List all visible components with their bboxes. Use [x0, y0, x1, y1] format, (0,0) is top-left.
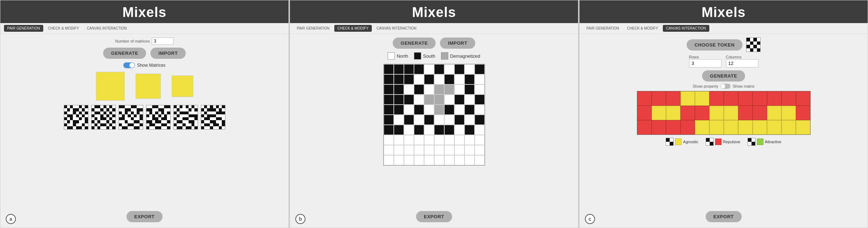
- legend-north-box: [388, 52, 395, 60]
- show-matrix-label: Show matrix: [733, 84, 755, 88]
- agnostic-yellow: [675, 139, 682, 145]
- panel-b-generate-btn[interactable]: GENERATE: [393, 38, 436, 49]
- tab-b-check-modify[interactable]: CHECK & MODIFY: [334, 25, 372, 32]
- tab-c-check-modify[interactable]: CHECK & MODIFY: [624, 25, 661, 32]
- panel-b-export-btn[interactable]: EXPORT: [416, 211, 452, 222]
- tab-b-canvas[interactable]: CANVAS INTERACTION: [373, 25, 420, 32]
- show-matrices-row: Show Matrices: [123, 62, 166, 68]
- panel-a-import-btn[interactable]: IMPORT: [150, 48, 186, 59]
- panel-c-export-row: EXPORT: [705, 211, 741, 222]
- repulsive-icon: [706, 138, 714, 146]
- legend-attractive: Attractive: [748, 138, 781, 146]
- matrix-3a: [173, 105, 198, 130]
- panel-a-label: a: [6, 214, 16, 224]
- rows-input[interactable]: [689, 59, 722, 67]
- attractive-green: [757, 139, 763, 145]
- panel-a-export-btn[interactable]: EXPORT: [126, 211, 162, 222]
- matrices-row: [64, 105, 225, 130]
- rows-cols-row: Rows Columns: [689, 55, 758, 67]
- tab-a-canvas[interactable]: CANVAS INTERACTION: [84, 25, 130, 32]
- yellow-square-2: [136, 74, 161, 99]
- panel-a-generate-btn[interactable]: GENERATE: [103, 48, 146, 59]
- legend-demag-box: [441, 52, 448, 60]
- panel-a-export-row: EXPORT: [126, 211, 162, 222]
- panel-c-label: c: [585, 214, 595, 224]
- legend-north-label: North: [397, 53, 408, 59]
- panel-a-title: Mixels: [0, 0, 288, 23]
- rows-label: Rows: [689, 55, 722, 59]
- num-matrices-label: Number of matrices: [115, 39, 150, 43]
- yellow-square-1: [96, 72, 125, 101]
- repulsive-label: Repulsive: [723, 140, 740, 144]
- num-matrices-row: Number of matrices: [115, 38, 174, 45]
- yellow-squares-row: [96, 72, 193, 101]
- legend-south: South: [414, 52, 435, 60]
- panel-b-label: b: [295, 214, 305, 224]
- agnostic-label: Agnostic: [683, 140, 698, 144]
- choose-token-btn[interactable]: CHOOSE TOKEN: [687, 39, 743, 51]
- show-matrices-toggle[interactable]: [123, 62, 135, 68]
- tab-a-pair-gen[interactable]: PAIR GENERATION: [4, 25, 43, 32]
- tab-c-pair-gen[interactable]: PAIR GENERATION: [583, 25, 622, 32]
- panel-c-tabbar: PAIR GENERATION CHECK & MODIFY CANVAS IN…: [580, 23, 868, 34]
- attractive-icon: [748, 138, 755, 146]
- legend-demag-label: Demagnetized: [450, 53, 480, 59]
- panel-b-body: GENERATE IMPORT North South Demagnetized…: [290, 34, 578, 228]
- yellow-square-3: [172, 75, 193, 97]
- panel-c-generate-btn[interactable]: GENERATE: [702, 70, 745, 82]
- legend-south-label: South: [423, 53, 435, 59]
- panel-b-title: Mixels: [290, 0, 578, 23]
- agnostic-icon: [666, 138, 674, 146]
- panel-a-body: Number of matrices GENERATE IMPORT Show …: [0, 34, 288, 228]
- big-checker-grid[interactable]: (function(){ // Approximate the pattern …: [383, 64, 485, 166]
- panel-c-export-btn[interactable]: EXPORT: [705, 211, 741, 222]
- panel-c: Mixels PAIR GENERATION CHECK & MODIFY CA…: [579, 0, 868, 228]
- rows-group: Rows: [689, 55, 722, 67]
- cols-label: Columns: [726, 55, 758, 59]
- show-matrices-label: Show Matrices: [137, 63, 166, 68]
- canvas-grid[interactable]: (function(){ // Row 0: red red red yello…: [637, 91, 811, 135]
- toggle-knob: [129, 63, 135, 68]
- choose-token-row: CHOOSE TOKEN: [687, 38, 761, 52]
- matrix-2b: [146, 105, 171, 130]
- panel-b-import-btn[interactable]: IMPORT: [440, 38, 475, 49]
- matrix-2a: [119, 105, 143, 130]
- panel-a: Mixels PAIR GENERATION CHECK & MODIFY CA…: [0, 0, 289, 228]
- show-property-toggle[interactable]: [721, 84, 731, 89]
- attractive-label: Attractive: [765, 140, 781, 144]
- panel-b-export-row: EXPORT: [416, 211, 452, 222]
- tab-a-check-modify[interactable]: CHECK & MODIFY: [45, 25, 82, 32]
- legend-row: North South Demagnetized: [388, 52, 480, 60]
- legend-agnostic: Agnostic: [666, 138, 698, 146]
- matrix-1b: [91, 105, 116, 130]
- token-preview: [746, 38, 761, 52]
- legend-demag: Demagnetized: [441, 52, 480, 60]
- panel-c-body: CHOOSE TOKEN Rows Columns GENERATE Show …: [580, 34, 868, 228]
- tab-c-canvas[interactable]: CANVAS INTERACTION: [663, 25, 709, 32]
- panel-a-tabbar: PAIR GENERATION CHECK & MODIFY CANVAS IN…: [0, 23, 288, 34]
- panel-a-btn-group: GENERATE IMPORT: [103, 48, 186, 59]
- show-property-knob: [721, 84, 725, 88]
- c-legend: Agnostic Repulsive: [666, 138, 781, 146]
- cols-input[interactable]: [726, 59, 758, 67]
- tab-b-pair-gen[interactable]: PAIR GENERATION: [294, 25, 333, 32]
- legend-north: North: [388, 52, 408, 60]
- cols-group: Columns: [726, 55, 758, 67]
- num-matrices-input[interactable]: [152, 38, 173, 45]
- matrix-1a: [64, 105, 88, 130]
- panel-c-title: Mixels: [580, 0, 868, 23]
- matrix-3b: [201, 105, 225, 130]
- show-property-label: Show property: [693, 84, 718, 88]
- panel-b: Mixels PAIR GENERATION CHECK & MODIFY CA…: [290, 0, 578, 228]
- panel-b-btn-group: GENERATE IMPORT: [393, 38, 475, 49]
- repulsive-red: [715, 139, 722, 145]
- panel-b-tabbar: PAIR GENERATION CHECK & MODIFY CANVAS IN…: [290, 23, 578, 34]
- show-property-row: Show property Show matrix: [693, 84, 754, 89]
- legend-south-box: [414, 52, 421, 60]
- legend-repulsive: Repulsive: [706, 138, 740, 146]
